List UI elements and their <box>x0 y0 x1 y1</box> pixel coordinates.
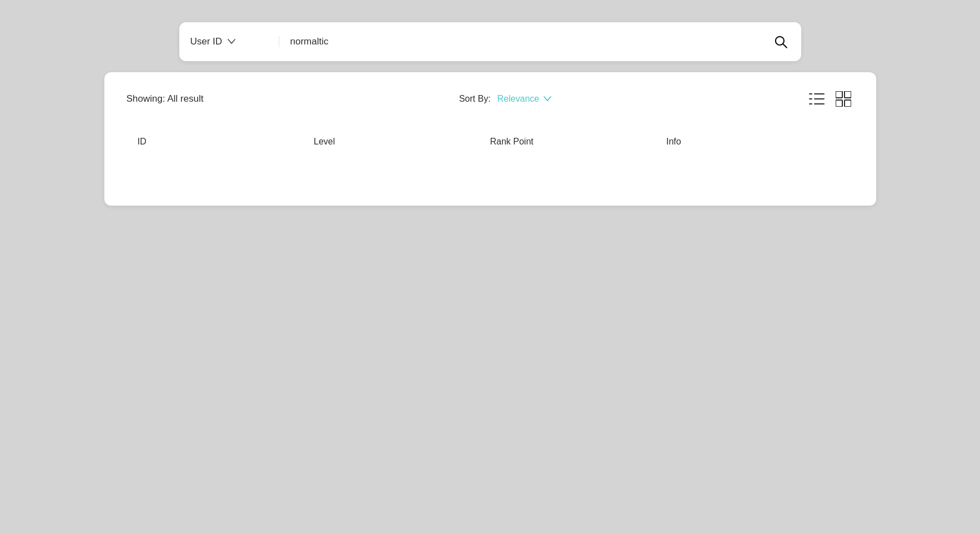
svg-rect-6 <box>809 103 812 104</box>
list-view-icon <box>809 92 825 106</box>
search-bar: User ID <box>179 22 801 61</box>
sort-dropdown[interactable]: Relevance <box>497 94 552 104</box>
table-header-row: ID Level Rank Point Info <box>127 131 854 152</box>
showing-label: Showing: All result <box>127 93 204 104</box>
svg-rect-10 <box>836 100 842 107</box>
grid-view-button[interactable] <box>833 89 853 109</box>
svg-rect-3 <box>814 93 825 94</box>
search-input-wrapper <box>279 32 790 51</box>
search-input[interactable] <box>290 36 771 47</box>
search-filter-label: User ID <box>190 36 223 47</box>
col-header-id: ID <box>138 137 314 147</box>
svg-rect-8 <box>836 91 842 98</box>
sort-controls: Sort By: Relevance <box>459 94 552 104</box>
svg-rect-2 <box>809 93 812 94</box>
sort-by-label: Sort By: <box>459 94 491 104</box>
sort-dropdown-label: Relevance <box>497 94 540 104</box>
view-controls <box>807 89 853 109</box>
svg-rect-5 <box>814 98 825 99</box>
search-icon <box>773 34 788 49</box>
svg-rect-4 <box>809 98 812 99</box>
filter-chevron-down-icon <box>228 37 235 46</box>
col-header-level: Level <box>314 137 490 147</box>
svg-line-1 <box>783 44 787 48</box>
col-header-rank-point: Rank Point <box>490 137 667 147</box>
col-header-info: Info <box>666 137 843 147</box>
svg-rect-7 <box>814 103 825 104</box>
results-header: Showing: All result Sort By: Relevance <box>127 89 854 109</box>
list-view-button[interactable] <box>807 90 827 108</box>
search-button[interactable] <box>771 32 790 51</box>
sort-chevron-down-icon <box>544 94 551 103</box>
svg-rect-9 <box>845 91 851 98</box>
results-container: Showing: All result Sort By: Relevance <box>104 72 876 206</box>
search-filter-dropdown[interactable]: User ID <box>190 36 279 47</box>
svg-rect-11 <box>845 100 851 107</box>
grid-view-icon <box>836 91 851 107</box>
